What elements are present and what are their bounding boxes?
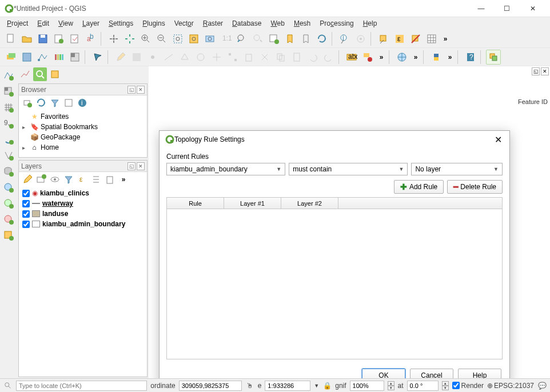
zoom-layer-button[interactable]: [202, 31, 217, 46]
undo-button[interactable]: [305, 50, 320, 65]
layers-filter-button[interactable]: [62, 173, 75, 186]
right-close-button[interactable]: ✕: [541, 67, 549, 75]
menu-mesh[interactable]: Mesh: [289, 18, 315, 29]
menu-plugins[interactable]: Plugins: [138, 18, 169, 29]
zoom-full-button[interactable]: [170, 31, 185, 46]
add-mesh-button[interactable]: [2, 101, 15, 114]
add-csv-button[interactable]: 9,: [2, 117, 15, 130]
add-polygon-button[interactable]: [177, 50, 192, 65]
chevron-down-icon[interactable]: ▼: [314, 383, 319, 389]
rotation-input[interactable]: [407, 381, 439, 391]
browser-info-button[interactable]: i: [76, 97, 89, 109]
save-edits-button[interactable]: [129, 50, 144, 65]
rules-table[interactable]: Rule Layer #1 Layer #2: [166, 197, 503, 359]
new-project-button[interactable]: [3, 31, 18, 46]
layers-overflow[interactable]: »: [117, 173, 130, 186]
cut-button[interactable]: [257, 50, 272, 65]
menu-layer[interactable]: Layer: [78, 18, 104, 29]
paste-button[interactable]: [289, 50, 304, 65]
menu-view[interactable]: View: [54, 18, 78, 29]
add-ring-button[interactable]: [193, 50, 208, 65]
maximize-button[interactable]: ☐: [494, 0, 520, 17]
add-wms-button[interactable]: [2, 181, 15, 194]
add-raster-button[interactable]: [2, 85, 15, 98]
cancel-button[interactable]: Cancel: [410, 369, 453, 378]
browser-item-home[interactable]: ▸⌂Home: [19, 142, 147, 153]
layer-item-boundary[interactable]: kiambu_admin_boundary: [19, 219, 147, 229]
toolbar-overflow-3[interactable]: »: [410, 50, 421, 65]
help-dialog-button[interactable]: Help: [458, 369, 501, 378]
python-button[interactable]: [429, 50, 444, 65]
menu-processing[interactable]: Processing: [315, 18, 358, 29]
pan-button[interactable]: [106, 31, 121, 46]
add-wcs-button[interactable]: [2, 197, 15, 210]
toolbar-overflow-2[interactable]: »: [376, 50, 386, 65]
scale-input[interactable]: [265, 381, 310, 391]
layers-remove-button[interactable]: [103, 173, 116, 186]
addlayer-vector-button[interactable]: [19, 50, 34, 65]
plugin-icon[interactable]: [48, 67, 62, 81]
menu-help[interactable]: Help: [358, 18, 382, 29]
browser-item-bookmarks[interactable]: ▸🔖Spatial Bookmarks: [19, 122, 147, 132]
identify-button[interactable]: i: [337, 31, 352, 46]
delete-button[interactable]: [241, 50, 256, 65]
layer-checkbox[interactable]: [22, 200, 30, 207]
table-button[interactable]: [424, 31, 439, 46]
zoom-in-button[interactable]: [138, 31, 153, 46]
layers-close-button[interactable]: ✕: [137, 162, 145, 170]
move-feature-button[interactable]: [209, 50, 224, 65]
layers-add-group-button[interactable]: [35, 173, 47, 186]
close-button[interactable]: ✕: [520, 0, 545, 17]
addlayer-mixed-button[interactable]: [3, 50, 18, 65]
layer-checkbox[interactable]: [22, 190, 30, 197]
add-point-button[interactable]: [145, 50, 160, 65]
addlayer-raster-button[interactable]: [51, 50, 66, 65]
node-tool-button[interactable]: [225, 50, 240, 65]
add-spatialite-button[interactable]: [2, 133, 15, 146]
browser-refresh-button[interactable]: [35, 97, 47, 109]
rotation-spinner[interactable]: ▴▾: [442, 381, 449, 390]
chart-icon[interactable]: [18, 67, 32, 81]
browser-tree[interactable]: ★Favorites ▸🔖Spatial Bookmarks 📦GeoPacka…: [19, 110, 147, 157]
locator-input[interactable]: [16, 381, 147, 391]
coord-input[interactable]: [179, 381, 242, 391]
refresh-button[interactable]: [314, 31, 329, 46]
new-map-view-button[interactable]: [266, 31, 281, 46]
layers-expr-button[interactable]: ε: [76, 173, 89, 186]
menu-vector[interactable]: Vector: [170, 18, 198, 29]
menu-edit[interactable]: Edit: [33, 18, 54, 29]
crs-button[interactable]: ⊕EPSG:21037: [487, 382, 534, 390]
add-rule-button[interactable]: ✚Add Rule: [394, 180, 444, 194]
browser-close-button[interactable]: ✕: [137, 86, 145, 94]
layout-manager-button[interactable]: [67, 31, 82, 46]
browser-add-button[interactable]: [21, 97, 34, 109]
add-virtual-button[interactable]: [2, 149, 15, 162]
help-button[interactable]: ?: [463, 50, 478, 65]
add-postgis-button[interactable]: [2, 165, 15, 178]
layers-tree[interactable]: ◉ kiambu_clinics waterway landuse kiambu: [19, 187, 147, 377]
pan-to-selection-button[interactable]: [122, 31, 137, 46]
add-vector-button[interactable]: [2, 69, 15, 82]
delete-rule-button[interactable]: ━Delete Rule: [447, 180, 503, 194]
log-button[interactable]: 💬: [537, 381, 547, 390]
magnifier-spinner[interactable]: ▴▾: [388, 381, 394, 390]
select-button[interactable]: [376, 31, 391, 46]
lock-icon[interactable]: 🔒: [322, 381, 332, 390]
layers-style-button[interactable]: [21, 173, 34, 186]
layers-expand-button[interactable]: [90, 173, 102, 186]
dialog-close-button[interactable]: ✕: [492, 134, 504, 145]
no-mouse-icon[interactable]: 🖱: [245, 381, 254, 390]
menu-web[interactable]: Web: [266, 18, 289, 29]
bookmarks-button[interactable]: [298, 31, 313, 46]
web-globe-button[interactable]: [394, 50, 409, 65]
browser-undock-button[interactable]: ◱: [127, 86, 135, 94]
layer-item-waterway[interactable]: waterway: [19, 198, 147, 209]
menu-project[interactable]: Project: [2, 18, 33, 29]
addlayer-gray-button[interactable]: [67, 50, 82, 65]
zoom-selection-button[interactable]: [186, 31, 201, 46]
deselect-button[interactable]: [408, 31, 423, 46]
layer-checkbox[interactable]: [22, 210, 30, 218]
browser-item-geopackage[interactable]: 📦GeoPackage: [19, 132, 147, 142]
browser-filter-button[interactable]: [49, 97, 61, 109]
label-pin-button[interactable]: [360, 50, 375, 65]
